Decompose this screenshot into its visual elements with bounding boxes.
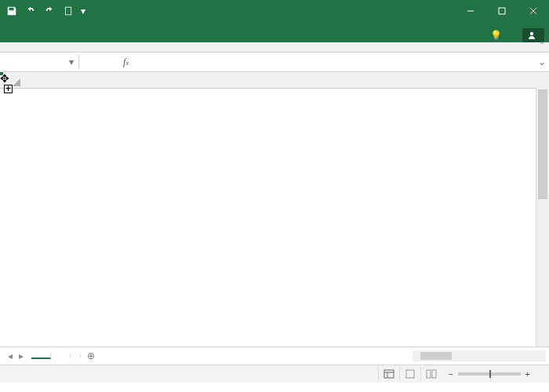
minimize-button[interactable] (455, 0, 486, 22)
zoom-in-button[interactable]: + (525, 369, 530, 379)
spreadsheet-grid: ✥+ (0, 72, 549, 347)
redo-icon[interactable] (41, 2, 58, 20)
svg-point-5 (530, 32, 533, 35)
tell-me-icon: 💡 (490, 30, 502, 41)
tab-home[interactable] (16, 34, 31, 42)
sheet-nav-last-icon[interactable]: ▸ (19, 350, 24, 361)
sheet-tab-active[interactable] (31, 353, 51, 359)
maximize-button[interactable] (486, 0, 518, 22)
fx-icon[interactable]: fx (123, 56, 129, 68)
undo-icon[interactable] (22, 2, 39, 20)
sheet-nav-first-icon[interactable]: ◂ (8, 350, 13, 361)
vertical-scrollbar[interactable] (536, 88, 549, 347)
person-icon (527, 31, 536, 40)
horizontal-scrollbar[interactable] (413, 350, 546, 361)
name-box[interactable]: ▾ (0, 55, 79, 69)
qat-dropdown-icon[interactable]: ▾ (78, 2, 88, 20)
add-sheet-button[interactable]: ⊕ (81, 350, 101, 361)
svg-rect-0 (65, 7, 71, 15)
view-pagebreak-icon[interactable] (420, 367, 442, 381)
tab-developer[interactable] (125, 34, 141, 42)
tab-data[interactable] (78, 34, 94, 42)
formula-expand-icon[interactable]: ⌄ (535, 56, 549, 67)
tab-file[interactable] (0, 34, 16, 42)
tab-layout[interactable] (47, 34, 63, 42)
tab-review[interactable] (94, 34, 110, 42)
svg-rect-11 (432, 370, 436, 378)
zoom-out-button[interactable]: − (448, 369, 453, 379)
chevron-down-icon[interactable]: ▾ (69, 56, 74, 67)
svg-rect-2 (499, 8, 505, 14)
view-pagelayout-icon[interactable] (399, 367, 420, 381)
save-icon[interactable] (3, 2, 20, 20)
formula-bar[interactable] (132, 55, 535, 70)
svg-rect-6 (384, 370, 394, 378)
new-icon[interactable] (60, 2, 77, 20)
zoom-slider[interactable] (458, 372, 521, 376)
ribbon-collapse-icon[interactable]: ˄ (540, 41, 544, 52)
close-button[interactable] (518, 0, 549, 22)
sheet-tab-next[interactable] (51, 354, 71, 358)
svg-rect-10 (427, 370, 431, 378)
tab-formulas[interactable] (63, 34, 78, 42)
sheet-tab-more[interactable] (71, 354, 81, 358)
tab-insert[interactable] (31, 34, 47, 42)
tab-view[interactable] (110, 34, 125, 42)
svg-rect-9 (406, 370, 414, 378)
signin-link[interactable] (505, 31, 518, 39)
select-all-corner[interactable] (0, 72, 23, 89)
view-normal-icon[interactable] (378, 367, 399, 381)
